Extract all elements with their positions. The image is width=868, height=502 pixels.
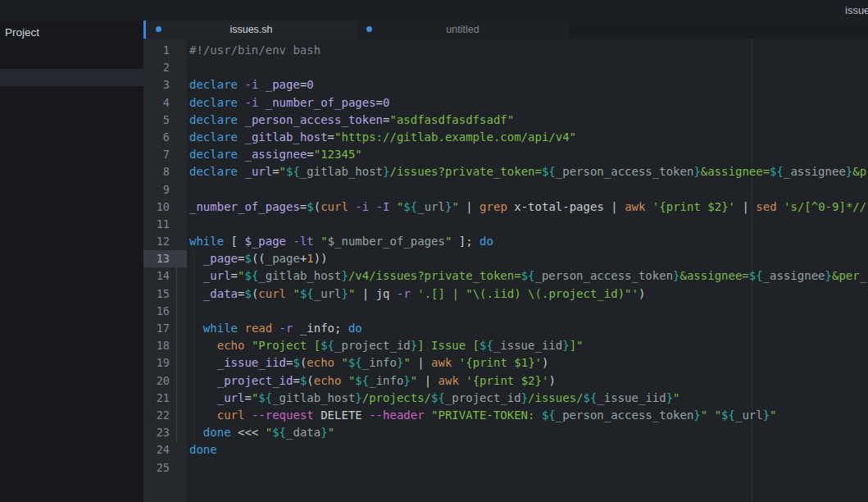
code-token [707,408,714,422]
line-number[interactable]: 16 [143,303,187,320]
line-number[interactable]: 6 [143,129,187,146]
code-token: declare [189,113,238,126]
code-token: -i [244,78,258,91]
code-token: _number_of_pages [266,96,376,109]
code-token: $ [293,356,299,369]
titlebar: issues.sh [0,0,868,21]
code-text: declare -i _number_of_pages=0 [187,94,868,112]
code-line[interactable]: 18 echo "Project [${_project_id}] Issue … [143,337,868,354]
line-number[interactable]: 20 [143,372,187,390]
code-token: " [266,426,272,439]
code-token: declare [189,96,238,109]
code-line[interactable]: 7declare _assignee="12345" [143,146,868,163]
code-line[interactable]: 25 [143,459,868,477]
line-number[interactable]: 25 [143,459,187,477]
code-token [369,200,375,213]
code-token: _page [203,252,238,265]
code-token: $ [244,252,251,265]
sidebar-selected-item[interactable] [0,69,143,86]
line-number[interactable]: 14 [143,267,187,285]
code-text: _url="${_gitlab_host}/v4/issues?private_… [187,267,868,285]
code-text: _number_of_pages=$(curl -i -I "${_url}" … [187,199,868,216]
code-token: _person_access_token [244,113,383,126]
code-token: ${ [584,391,598,404]
code-editor[interactable]: 1#!/usr/bin/env bash23declare -i _page=0… [143,39,868,502]
code-line[interactable]: 1#!/usr/bin/env bash [143,42,868,59]
code-line[interactable]: 10_number_of_pages=$(curl -i -I "${_url}… [143,199,868,216]
line-number[interactable]: 18 [143,337,187,354]
line-number[interactable]: 19 [143,354,187,372]
code-line[interactable]: 19 _issue_iid=$(echo "${_info}" | awk '{… [143,354,868,372]
line-number[interactable]: 1 [143,42,187,59]
code-text [187,459,868,477]
code-line[interactable]: 8declare _url="${_gitlab_host}/issues?pr… [143,163,868,180]
code-token [189,356,217,369]
code-text: _data=$(curl "${_url}" | jq -r '.[] | "\… [187,285,868,303]
tab-label: issues.sh [229,24,272,35]
line-number[interactable]: 4 [143,94,187,112]
code-line[interactable]: 12while [ $_page -lt "$_number_of_pages"… [143,233,868,250]
tab-issues-sh[interactable]: issues.sh [143,21,357,39]
code-token [189,322,203,335]
code-token: ${ [300,287,314,300]
code-token: _url [203,269,231,282]
code-token: '{print $2}' [652,200,735,213]
code-token: } [320,426,327,439]
code-line[interactable]: 14 _url="${_gitlab_host}/v4/issues?priva… [143,267,868,285]
line-number[interactable]: 10 [143,199,187,216]
line-number[interactable]: 8 [143,163,187,180]
code-line[interactable]: 24done [143,441,868,459]
code-token [189,408,217,422]
code-line[interactable]: 6declare _gitlab_host="https://gitlab.ex… [143,129,868,146]
code-line[interactable]: 3declare -i _page=0 [143,76,868,94]
code-token: } [673,269,679,282]
code-token: ${ [272,426,286,439]
code-token: echo [314,374,342,387]
code-line[interactable]: 9 [143,181,868,199]
line-number[interactable]: 23 [143,424,187,441]
code-line[interactable]: 22 curl --request DELETE --header "PRIVA… [143,407,868,424]
line-number[interactable]: 11 [143,216,187,233]
code-token: _project_id [445,391,521,404]
line-number[interactable]: 2 [143,59,187,76]
line-number[interactable]: 9 [143,181,187,199]
code-token: _gitlab_host [300,165,383,178]
code-line[interactable]: 5declare _person_access_token="asdfasdfa… [143,112,868,129]
code-line[interactable]: 4declare -i _number_of_pages=0 [143,94,868,112]
code-line[interactable]: 21 _url="${_gitlab_host}/projects/${_pro… [143,390,868,407]
line-number[interactable]: 15 [143,285,187,303]
code-text [187,216,868,233]
line-number[interactable]: 24 [143,441,187,459]
code-token: declare [189,130,238,144]
code-line[interactable]: 20 _project_id=$(echo "${_info}" | awk '… [143,372,868,390]
tab-untitled[interactable]: untitled [357,21,570,39]
line-number[interactable]: 12 [143,233,187,250]
line-number[interactable]: 3 [143,76,187,94]
code-line[interactable]: 2 [143,59,868,76]
code-line[interactable]: 23 done <<< "${_data}" [143,424,868,441]
line-number[interactable]: 17 [143,320,187,337]
code-token [189,391,217,404]
code-token: read [244,322,272,335]
code-token: | jq [355,287,397,300]
code-token: ${ [479,339,493,352]
code-token: ]" [570,339,584,352]
line-number[interactable]: 7 [143,146,187,163]
code-token: curl [258,287,286,300]
line-number[interactable]: 22 [143,407,187,424]
code-token: } [403,374,410,387]
code-line[interactable]: 17 while read -r _info; do [143,320,868,337]
code-token: ${ [355,374,369,387]
code-token: _person_access_token [534,269,673,282]
line-number[interactable]: 13 [143,250,187,267]
code-token: "Project [ [252,339,320,352]
code-line[interactable]: 15 _data=$(curl "${_url}" | jq -r '.[] |… [143,285,868,303]
code-token: ] Issue [ [417,339,479,352]
code-line[interactable]: 16 [143,303,868,320]
code-token: } [383,165,389,178]
code-line[interactable]: 13 _page=$((_page+1)) [143,250,868,267]
line-number[interactable]: 5 [143,112,187,129]
code-line[interactable]: 11 [143,216,868,233]
code-text: while read -r _info; do [187,320,868,337]
line-number[interactable]: 21 [143,390,187,407]
